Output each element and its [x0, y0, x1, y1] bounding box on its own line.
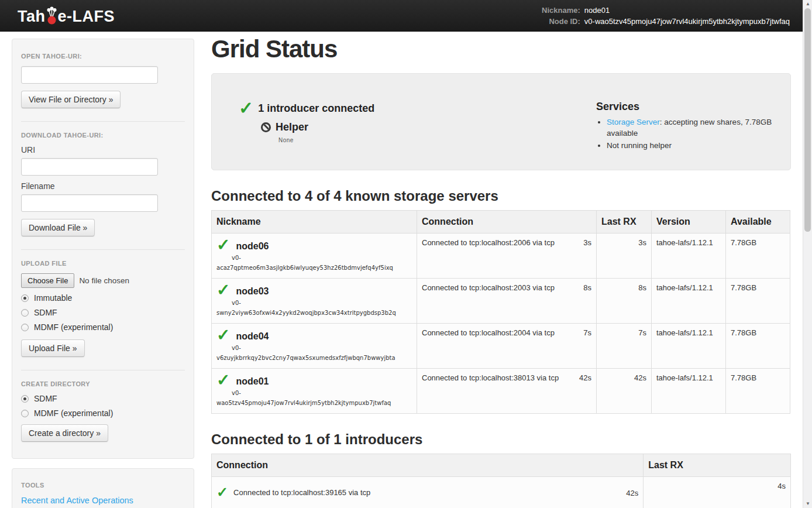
- last-rx-cell: 8s: [597, 279, 652, 324]
- service-item-helper: Not running helper: [607, 140, 780, 151]
- connection-text: Connected to tcp:localhost:2003 via tcp: [422, 283, 555, 292]
- col-version: Version: [652, 211, 726, 234]
- create-directory-button[interactable]: Create a directory »: [21, 424, 108, 442]
- mkdir-format-option[interactable]: MDMF (experimental): [21, 409, 185, 418]
- mkdir-format-radio[interactable]: [21, 410, 29, 417]
- open-uri-label: OPEN TAHOE-URI:: [21, 53, 185, 60]
- connection-cell: 7s Connected to tcp:localhost:2004 via t…: [417, 324, 597, 369]
- download-file-button[interactable]: Download File »: [21, 219, 95, 236]
- open-uri-section: OPEN TAHOE-URI: View File or Directory »: [21, 43, 185, 121]
- nickname-cell: ✓ node03 v0-swny2viyw63ofxwi4x2yykd2woqj…: [212, 279, 417, 324]
- server-peerid: v0-wao5tzv45pmoju47jow7rvl4ukirjm5ytbh2k…: [216, 388, 412, 408]
- uri-field-label: URI: [21, 145, 185, 155]
- server-nickname: node03: [236, 283, 269, 297]
- upload-format-option[interactable]: Immutable: [21, 293, 185, 303]
- page-title: Grid Status: [211, 35, 791, 63]
- node-info: Nickname: node01 Node ID: v0-wao5tzv45pm…: [542, 5, 790, 26]
- create-directory-label: CREATE DIRECTORY: [21, 380, 185, 387]
- node-id-label: Node ID:: [542, 16, 580, 26]
- connection-age: 42s: [579, 373, 591, 382]
- nickname-value: node01: [584, 5, 790, 15]
- filename-field-label: Filename: [21, 181, 185, 191]
- col-available: Available: [726, 211, 790, 234]
- introducer-row: 42s ✓ Connected to tcp:localhost:39165 v…: [212, 477, 791, 508]
- upload-file-button[interactable]: Upload File »: [21, 339, 85, 357]
- mkdir-format-radio-selected[interactable]: [21, 395, 29, 403]
- server-nickname: node06: [236, 238, 269, 252]
- available-cell: 7.78GB: [726, 369, 790, 414]
- server-connected-check-icon: ✓: [216, 283, 230, 297]
- logo-berry-icon: [46, 6, 57, 25]
- upload-format-radio-label: SDMF: [34, 308, 57, 317]
- status-column: ✓ 1 introducer connected Helper None: [239, 101, 596, 152]
- col-nickname: Nickname: [212, 211, 417, 234]
- grid-status-well: ✓ 1 introducer connected Helper None Ser…: [211, 73, 791, 170]
- connection-text: Connected to tcp:localhost:2004 via tcp: [422, 328, 555, 337]
- introducers-table: Connection Last RX 42s ✓ Connected to tc…: [211, 454, 791, 508]
- download-uri-label: DOWNLOAD TAHOE-URI:: [21, 132, 185, 139]
- scroll-up-icon[interactable]: ▲: [803, 0, 812, 8]
- mkdir-format-radio-label: SDMF: [34, 394, 57, 403]
- create-directory-section: CREATE DIRECTORY SDMFMDMF (experimental)…: [21, 370, 185, 455]
- version-cell: tahoe-lafs/1.12.1: [652, 369, 726, 414]
- storage-server-row: ✓ node01 v0-wao5tzv45pmoju47jow7rvl4ukir…: [212, 369, 790, 414]
- connection-text: Connected to tcp:localhost:2006 via tcp: [422, 238, 555, 247]
- server-nickname: node01: [236, 373, 269, 387]
- introducer-connection-text: Connected to tcp:localhost:39165 via tcp: [233, 488, 626, 497]
- col-connection: Connection: [417, 211, 597, 234]
- node-id-value: v0-wao5tzv45pmoju47jow7rvl4ukirjm5ytbh2k…: [584, 16, 790, 26]
- upload-file-section: UPLOAD FILE Choose File No file chosen I…: [21, 249, 185, 370]
- storage-server-row: ✓ node04 v0-v6zuyjkbrrkqy2bvc2cny7qwax5s…: [212, 324, 790, 369]
- sidebar: OPEN TAHOE-URI: View File or Directory »…: [12, 39, 194, 508]
- server-connected-check-icon: ✓: [216, 328, 230, 342]
- version-cell: tahoe-lafs/1.12.1: [652, 279, 726, 324]
- storage-servers-table: Nickname Connection Last RX Version Avai…: [211, 210, 790, 414]
- introducer-connected-check-icon: ✓: [239, 101, 253, 116]
- helper-none-icon: [261, 122, 271, 132]
- introducer-last-rx-cell: 4s: [644, 477, 791, 508]
- nickname-cell: ✓ node06 v0-acaz7qptmeo6m3asjlgkb6iwlyuq…: [212, 234, 417, 279]
- introducer-connection-age: 42s: [626, 482, 638, 497]
- open-uri-input[interactable]: [21, 66, 158, 84]
- logo-text-pre: Tah: [18, 9, 46, 25]
- storage-servers-heading: Connected to 4 of 4 known storage server…: [211, 188, 791, 204]
- upload-format-radio-label: MDMF (experimental): [34, 322, 113, 332]
- tools-label: TOOLS: [21, 482, 185, 489]
- choose-file-button[interactable]: Choose File: [21, 273, 74, 288]
- download-uri-input[interactable]: [21, 158, 158, 176]
- available-cell: 7.78GB: [726, 324, 790, 369]
- scroll-down-icon[interactable]: ▼: [803, 500, 812, 508]
- sidebar-forms-panel: OPEN TAHOE-URI: View File or Directory »…: [12, 39, 194, 459]
- vertical-scrollbar[interactable]: ▲ ▼: [803, 0, 812, 508]
- upload-format-radio[interactable]: [21, 324, 29, 331]
- mkdir-format-radio-label: MDMF (experimental): [34, 409, 113, 418]
- connection-cell: 42s Connected to tcp:localhost:38013 via…: [417, 369, 597, 414]
- nickname-cell: ✓ node01 v0-wao5tzv45pmoju47jow7rvl4ukir…: [212, 369, 417, 414]
- storage-server-link[interactable]: Storage Server: [607, 118, 660, 126]
- connection-cell: 8s Connected to tcp:localhost:2003 via t…: [417, 279, 597, 324]
- service-item-storage: Storage Server: accepting new shares, 7.…: [607, 116, 780, 139]
- connection-age: 3s: [583, 238, 591, 247]
- col-last-rx: Last RX: [597, 211, 652, 234]
- connection-age: 7s: [583, 328, 591, 337]
- upload-format-option[interactable]: MDMF (experimental): [21, 322, 185, 332]
- server-connected-check-icon: ✓: [216, 373, 230, 387]
- last-rx-cell: 7s: [597, 324, 652, 369]
- upload-file-label: UPLOAD FILE: [21, 260, 185, 267]
- recent-operations-link[interactable]: Recent and Active Operations: [21, 496, 133, 505]
- view-file-button[interactable]: View File or Directory »: [21, 91, 121, 108]
- available-cell: 7.78GB: [726, 234, 790, 279]
- server-peerid: v0-acaz7qptmeo6m3asjlgkb6iwlyuqey53hz26t…: [216, 253, 412, 273]
- tahoe-lafs-logo[interactable]: Tah e-LAFS: [18, 6, 115, 25]
- mkdir-format-option[interactable]: SDMF: [21, 394, 185, 403]
- download-filename-input[interactable]: [21, 194, 158, 212]
- last-rx-cell: 3s: [597, 234, 652, 279]
- nickname-cell: ✓ node04 v0-v6zuyjkbrrkqy2bvc2cny7qwax5s…: [212, 324, 417, 369]
- scrollbar-thumb[interactable]: [804, 8, 811, 232]
- upload-format-radio[interactable]: [21, 309, 29, 317]
- nickname-label: Nickname:: [542, 5, 580, 15]
- download-uri-section: DOWNLOAD TAHOE-URI: URI Filename Downloa…: [21, 121, 185, 249]
- introducer-connected-check-icon: ✓: [216, 486, 228, 498]
- upload-format-radio-selected[interactable]: [21, 294, 29, 302]
- upload-format-option[interactable]: SDMF: [21, 308, 185, 317]
